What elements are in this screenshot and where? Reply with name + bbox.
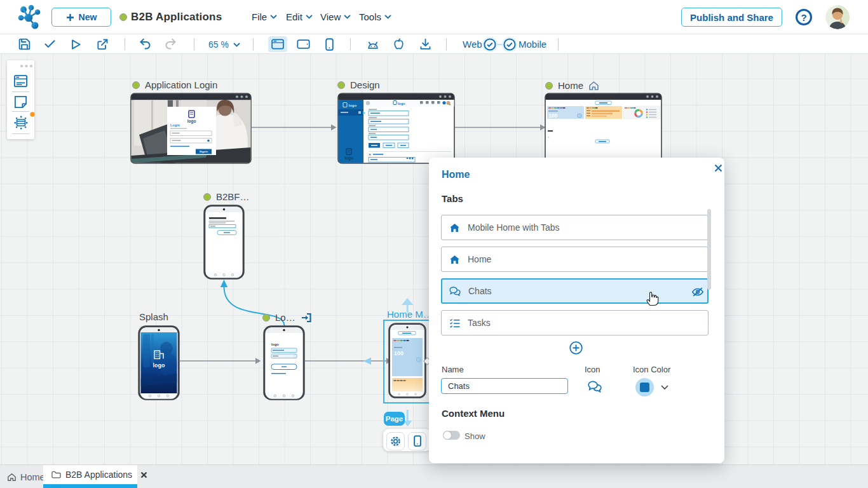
tab-row-mobile-home-with-tabs[interactable]: Mobile Home with Tabs [441,215,709,240]
svg-text:logo: logo [349,104,357,107]
plus-icon [66,13,74,22]
screen-label-splash[interactable]: Splash [139,311,168,322]
icon-color-field-label: Icon Color [633,365,670,374]
task-list-icon [449,318,460,328]
screen-device-button[interactable] [408,432,426,451]
screen-settings-button[interactable] [386,432,405,451]
check-icon [43,37,57,51]
screen-label-design[interactable]: Design [337,79,380,90]
zoom-control[interactable]: 65 % [208,38,240,51]
project-status-dot [119,13,127,21]
tab-row-home[interactable]: Home [441,247,709,272]
svg-text:logo: logo [398,102,405,105]
chevron-down-icon [306,15,313,19]
smartphone-icon [325,38,334,51]
screen-thumbnail-design[interactable]: logo logo logo [337,93,455,164]
tab-name-input[interactable] [441,378,568,394]
web-label: Web [463,39,482,50]
android-preview-button[interactable] [363,34,383,54]
app-header: New B2B Applications File Edit View Tool… [0,0,868,34]
gear-icon [390,435,402,447]
save-button[interactable] [15,34,34,54]
svg-text:100: 100 [394,350,403,356]
chevron-down-icon[interactable] [661,385,668,390]
screen-label-login-mobile[interactable]: Lo… [262,312,313,323]
eye-off-icon[interactable] [691,287,704,297]
screen-label-home-mobile[interactable]: Home M… [387,309,433,320]
status-dot [132,81,140,89]
svg-text:100: 100 [548,112,557,119]
ios-preview-button[interactable] [389,34,408,54]
undo-button[interactable] [135,34,154,54]
tab-row-tasks[interactable]: Tasks [441,310,709,336]
tab-icon-preview[interactable] [588,381,602,393]
show-toggle-label: Show [465,431,485,441]
menu-file[interactable]: File [252,11,277,22]
svg-text:logo: logo [344,156,353,161]
close-icon[interactable] [711,161,725,175]
menu-tools[interactable]: Tools [359,11,391,22]
show-toggle[interactable] [443,431,460,440]
screen-label-home[interactable]: Home [545,80,599,91]
status-dot [203,193,211,201]
screen-thumbnail-application-login[interactable]: logo Login Signin [130,93,252,164]
app-logo[interactable] [18,4,43,30]
viewport-desktop-button[interactable] [268,36,287,52]
home-tab[interactable]: Home [7,465,45,488]
screen-thumbnail-b2bf[interactable] [203,205,245,280]
tablet-icon [297,39,310,49]
apple-icon [393,37,405,51]
add-tab-button[interactable] [569,341,583,355]
viewport-tablet-button[interactable] [294,34,313,54]
circle-check-icon [503,38,516,51]
preview-button[interactable] [66,34,85,54]
web-check-toggle[interactable] [482,34,498,54]
download-icon [419,37,432,51]
screen-action-bar [383,429,431,451]
home-icon [7,473,17,482]
redo-icon [164,37,177,51]
panel-scrollbar[interactable] [707,209,711,290]
login-card: logo Login Signin [167,107,216,155]
tab-row-chats[interactable]: Chats [441,278,709,304]
home-icon [588,81,599,91]
mobile-check-toggle[interactable] [502,34,517,54]
menu-edit[interactable]: Edit [286,11,313,22]
panel-title: Home [442,169,470,180]
screen-label-b2bf[interactable]: B2BF… [203,191,250,202]
export-icon [96,38,109,51]
svg-text:Login: Login [170,123,180,127]
help-button[interactable]: ? [796,9,812,25]
context-menu-heading: Context Menu [442,408,505,419]
toolbar-separator [446,38,447,50]
screen-thumbnail-home-mobile[interactable]: 100 [388,323,426,398]
redo-button[interactable] [161,34,180,54]
smartphone-icon [414,435,421,447]
user-avatar[interactable] [825,5,850,29]
icon-color-swatch[interactable] [635,378,654,396]
new-button[interactable]: New [51,8,111,27]
card-tasks [585,106,622,119]
svg-text:Signin: Signin [200,150,208,153]
screen-thumbnail-home[interactable]: 100 [545,93,662,163]
screen-thumbnail-login-mobile[interactable]: logo [263,325,305,400]
screen-thumbnail-splash[interactable]: logo [138,325,180,400]
tabs-section-heading: Tabs [442,193,463,204]
screen-label-application-login[interactable]: Application Login [132,79,217,90]
status-dot [337,81,345,89]
publish-and-share-button[interactable]: Publish and Share [681,8,782,27]
chevron-down-icon [233,43,240,47]
close-tab-icon[interactable] [140,471,147,478]
back-link-arrow [363,358,371,365]
status-dot [545,82,553,90]
home-icon [449,255,460,264]
undo-icon [139,37,152,51]
validate-button[interactable] [40,34,59,54]
menu-view[interactable]: View [320,11,351,22]
download-button[interactable] [416,34,435,54]
color-sample [640,383,649,392]
active-project-tab[interactable]: B2B Applications [43,465,137,488]
viewport-mobile-button[interactable] [320,34,339,54]
share-button[interactable] [93,34,112,54]
toolbar-separator [558,38,559,50]
